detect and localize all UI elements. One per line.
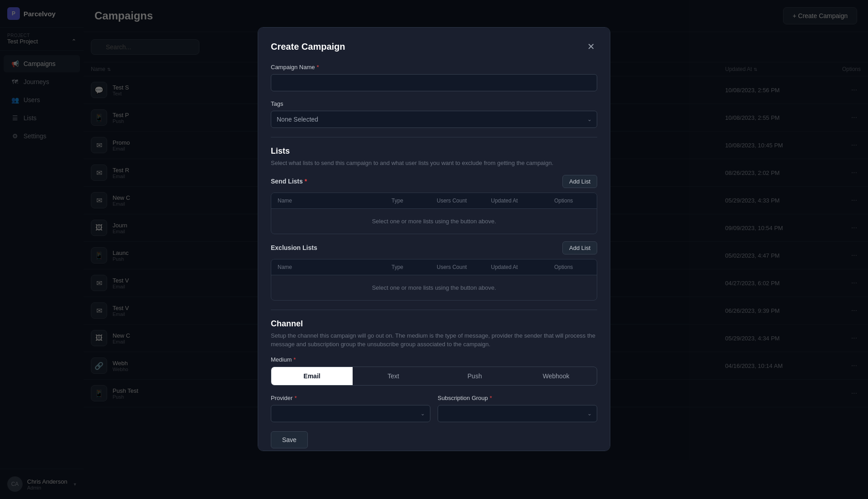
provider-group: Provider * ⌄ bbox=[271, 395, 430, 422]
save-button[interactable]: Save bbox=[271, 431, 308, 448]
send-lists-subsection: Send Lists * Add List Name Type Users Co… bbox=[271, 175, 597, 234]
send-lists-table-header: Name Type Users Count Updated At Options bbox=[271, 193, 597, 209]
provider-select-wrapper: ⌄ bbox=[271, 405, 430, 422]
exclusion-lists-subsection: Exclusion Lists Add List Name Type Users… bbox=[271, 241, 597, 301]
provider-subscription-grid: Provider * ⌄ Subscription Group * bbox=[271, 395, 597, 422]
lists-section-desc: Select what lists to send this campaign … bbox=[271, 159, 597, 168]
lists-section: Lists Select what lists to send this cam… bbox=[271, 146, 597, 301]
modal-overlay[interactable]: Create Campaign ✕ Campaign Name * Tags N… bbox=[0, 0, 868, 499]
exclusion-lists-title: Exclusion Lists bbox=[271, 244, 317, 251]
send-lists-empty: Select one or more lists using the butto… bbox=[271, 209, 597, 234]
required-indicator: * bbox=[294, 395, 297, 401]
send-lists-header: Send Lists * Add List bbox=[271, 175, 597, 188]
campaign-name-input[interactable] bbox=[271, 74, 597, 91]
channel-section: Channel Setup the channel this campaign … bbox=[271, 319, 597, 448]
required-indicator: * bbox=[293, 356, 296, 363]
exclusion-lists-header: Exclusion Lists Add List bbox=[271, 241, 597, 254]
send-lists-title: Send Lists * bbox=[271, 178, 307, 185]
medium-email-button[interactable]: Email bbox=[271, 367, 353, 385]
modal-title: Create Campaign bbox=[271, 42, 345, 52]
medium-webhook-button[interactable]: Webhook bbox=[515, 367, 597, 385]
lists-section-title: Lists bbox=[271, 146, 597, 156]
subscription-group-select-wrapper: ⌄ bbox=[438, 405, 597, 422]
provider-select[interactable] bbox=[271, 405, 430, 422]
exclusion-lists-table-header: Name Type Users Count Updated At Options bbox=[271, 259, 597, 275]
add-exclusion-list-button[interactable]: Add List bbox=[562, 241, 597, 254]
required-indicator: * bbox=[317, 64, 319, 71]
subscription-group-select[interactable] bbox=[438, 405, 597, 422]
tags-select[interactable]: None Selected bbox=[271, 111, 597, 128]
add-send-list-button[interactable]: Add List bbox=[562, 175, 597, 188]
medium-push-button[interactable]: Push bbox=[434, 367, 515, 385]
medium-text-button[interactable]: Text bbox=[353, 367, 434, 385]
create-campaign-modal: Create Campaign ✕ Campaign Name * Tags N… bbox=[258, 27, 610, 451]
channel-section-desc: Setup the channel this campaign will go … bbox=[271, 331, 597, 349]
medium-label: Medium * bbox=[271, 356, 597, 363]
subscription-group-group: Subscription Group * ⌄ bbox=[438, 395, 597, 422]
exclusion-lists-empty: Select one or more lists using the butto… bbox=[271, 275, 597, 300]
campaign-name-group: Campaign Name * bbox=[271, 64, 597, 91]
modal-close-button[interactable]: ✕ bbox=[585, 40, 597, 53]
modal-header: Create Campaign ✕ bbox=[271, 40, 597, 53]
exclusion-lists-table: Name Type Users Count Updated At Options… bbox=[271, 259, 597, 301]
tags-label: Tags bbox=[271, 100, 597, 107]
required-indicator: * bbox=[490, 395, 492, 401]
channel-section-title: Channel bbox=[271, 319, 597, 329]
subscription-group-label: Subscription Group * bbox=[438, 395, 597, 401]
medium-selector: Email Text Push Webhook bbox=[271, 367, 597, 386]
required-indicator: * bbox=[305, 178, 307, 185]
medium-group: Medium * Email Text Push Webhook bbox=[271, 356, 597, 386]
campaign-name-label: Campaign Name * bbox=[271, 64, 597, 71]
provider-label: Provider * bbox=[271, 395, 430, 401]
tags-group: Tags None Selected ⌄ bbox=[271, 100, 597, 128]
tags-select-wrapper: None Selected ⌄ bbox=[271, 111, 597, 128]
send-lists-table: Name Type Users Count Updated At Options… bbox=[271, 193, 597, 234]
save-section: Save bbox=[271, 431, 597, 448]
